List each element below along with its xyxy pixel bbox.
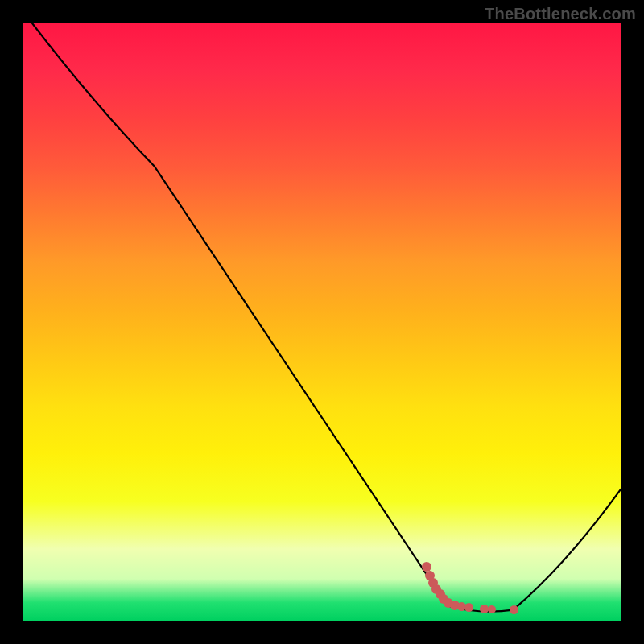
- attribution-label: TheBottleneck.com: [485, 5, 636, 23]
- marker-dot: [464, 603, 473, 612]
- marker-dot: [488, 605, 496, 613]
- marker-dot: [510, 605, 518, 614]
- chart-plot-area: [23, 23, 621, 621]
- marker-layer: [23, 23, 621, 621]
